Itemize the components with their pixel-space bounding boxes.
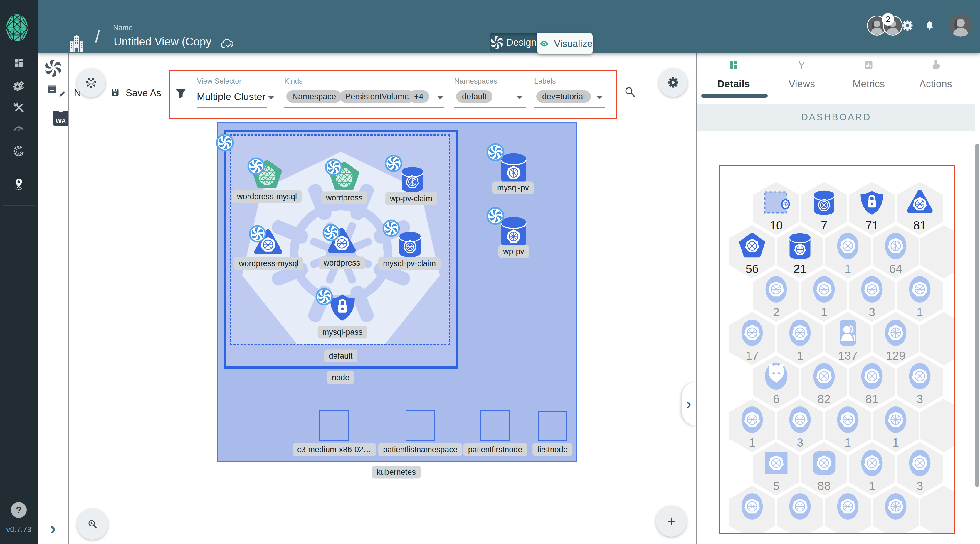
node-label: c3-medium-x86-02… [293, 443, 376, 456]
tab-details[interactable]: Details [700, 57, 767, 89]
node-label: wordpress [319, 257, 365, 270]
cluster-label: kubernetes [372, 466, 420, 479]
sidebar-item-performance[interactable] [11, 120, 27, 136]
tab-metrics[interactable]: Metrics [835, 57, 902, 89]
meshery-badge-icon [486, 206, 505, 225]
canvas-right-divider[interactable] [696, 53, 697, 544]
sidebar-item-extensions[interactable] [11, 143, 27, 159]
resource-count: 82 [818, 393, 831, 406]
meshery-badge-icon [248, 225, 267, 243]
empty-node-rect[interactable] [319, 410, 349, 441]
context-count-badge: 2 [882, 13, 894, 25]
save-icon[interactable] [108, 85, 123, 100]
notifications-bell-icon[interactable] [923, 18, 937, 33]
sidebar-item-dashboard[interactable] [11, 55, 27, 71]
label-chip[interactable]: dev=tutorial [536, 90, 591, 103]
resource-count: 6 [773, 393, 780, 406]
node-label: wp-pv [498, 245, 529, 258]
node-label: firstnode [533, 443, 573, 456]
app-sidebar: ? v0.7.73 [0, 0, 38, 544]
sidebar-divider [3, 169, 35, 169]
design-mode-button[interactable]: Design [490, 33, 538, 52]
chevron-down-icon[interactable] [516, 96, 523, 100]
empty-node-rect[interactable] [406, 411, 435, 441]
pod-blue-icon [906, 189, 934, 217]
filter-funnel-icon[interactable] [172, 84, 190, 102]
sidebar-item-kanvas[interactable] [10, 176, 28, 193]
resource-count: 81 [913, 219, 927, 232]
hex-cell[interactable] [920, 225, 955, 278]
chevron-down-icon[interactable] [437, 96, 444, 100]
design-mode-icon[interactable] [45, 60, 62, 76]
resource-count: 137 [838, 349, 858, 362]
namespaces-label: Namespaces [454, 77, 497, 86]
user-faded-icon [834, 319, 862, 347]
k8s-faded-icon [858, 362, 886, 390]
resource-count: 3 [797, 436, 803, 449]
k8s-faded-icon [858, 275, 886, 303]
zoom-in-button[interactable] [77, 509, 108, 539]
empty-node-rect[interactable] [538, 411, 567, 441]
pencil-icon[interactable] [55, 88, 68, 101]
profile-avatar[interactable] [949, 14, 972, 36]
k8s-faded-icon [834, 406, 862, 434]
zoom-in-icon [84, 515, 101, 533]
tab-actions[interactable]: Actions [902, 57, 969, 89]
resource-count: 1 [845, 262, 851, 276]
resource-count: 71 [865, 219, 879, 232]
hex-cell[interactable] [920, 485, 955, 534]
node-label: mysql-pv-claim [378, 257, 441, 270]
namespace-chip[interactable]: default [456, 90, 493, 103]
expand-chevron-icon[interactable]: › [49, 517, 56, 539]
chevron-down-icon[interactable] [268, 96, 274, 100]
resource-count: 81 [865, 393, 879, 406]
sidebar-item-lifecycle[interactable] [11, 78, 27, 94]
k8s-faded-icon [858, 449, 886, 477]
meshery-badge-icon [325, 158, 343, 176]
resource-count: 88 [818, 479, 831, 493]
canvas-settings-button[interactable] [659, 68, 687, 97]
tab-views[interactable]: Views [768, 57, 835, 89]
view-selector-value[interactable]: Multiple Cluster [197, 91, 266, 102]
view-name-input[interactable] [113, 35, 211, 48]
search-icon[interactable] [621, 83, 639, 101]
metrics-icon [861, 57, 877, 73]
details-grid-icon [726, 57, 741, 73]
kind-chip[interactable]: PersistentVolume [339, 90, 415, 103]
wasm-filter-icon[interactable]: WA [53, 111, 68, 126]
node-label: node [327, 371, 354, 384]
visualize-mode-button[interactable]: Visualize [538, 33, 593, 54]
hex-cell[interactable] [920, 399, 955, 452]
section-title: DASHBOARD [801, 112, 871, 123]
meshery-logo[interactable] [3, 14, 31, 42]
node-label: mysql-pv [493, 182, 534, 194]
hex-cell[interactable] [920, 312, 955, 365]
kind-chip[interactable]: Namespace [286, 90, 342, 103]
ns-dashed-icon [762, 189, 790, 217]
sidebar-item-configuration[interactable] [11, 100, 27, 115]
empty-node-rect[interactable] [480, 411, 510, 441]
resource-count: 129 [886, 349, 906, 362]
kind-chip-more[interactable]: +4 [408, 90, 430, 103]
k8s-faded-icon [762, 275, 790, 303]
help-button[interactable]: ? [11, 502, 27, 518]
k8s-square-icon [762, 449, 790, 477]
panel-scrollbar[interactable] [975, 144, 979, 487]
add-node-button[interactable] [656, 506, 687, 537]
design-pinwheel-icon [490, 36, 503, 49]
kubernetes-scan-button[interactable] [76, 68, 105, 97]
app-version: v0.7.73 [6, 525, 31, 534]
node-label: wp-pv-claim [385, 192, 437, 205]
chevron-down-icon[interactable] [596, 96, 603, 100]
save-as-button[interactable]: Save As [126, 87, 161, 98]
resource-count: 1 [845, 436, 851, 449]
name-input-underline [113, 55, 210, 56]
panel-collapse-handle[interactable]: › [682, 382, 696, 425]
namespace-label: default [324, 350, 357, 362]
meshery-badge-icon [382, 219, 400, 237]
sidebar-divider [3, 205, 35, 206]
views-icon [794, 57, 809, 73]
node-label: wordpress-mysql [232, 190, 302, 203]
organization-icon[interactable] [66, 33, 88, 55]
k8s-faded-icon [738, 319, 766, 347]
